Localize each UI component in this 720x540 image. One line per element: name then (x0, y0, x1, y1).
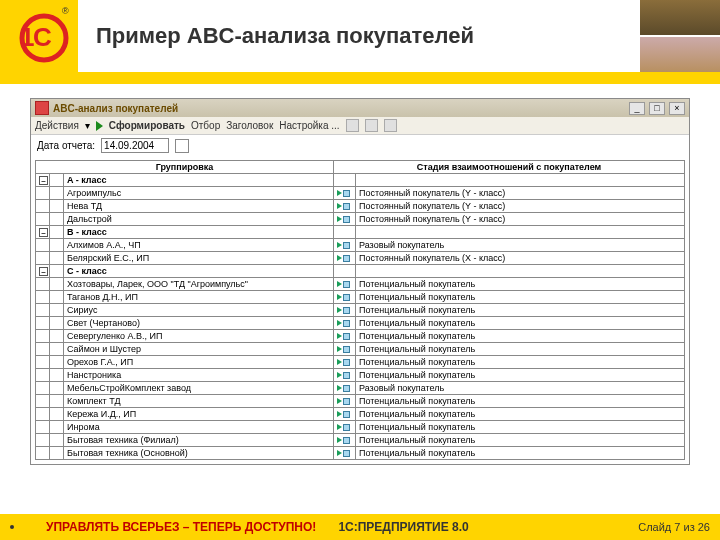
arrow-icon (337, 424, 342, 430)
data-row[interactable]: Севергуленко А.В., ИППотенциальный покуп… (36, 330, 685, 343)
data-row[interactable]: Орехов Г.А., ИППотенциальный покупатель (36, 356, 685, 369)
tool-icon-3[interactable] (384, 119, 397, 132)
window-app-icon (35, 101, 49, 115)
row-stage: Потенциальный покупатель (356, 369, 685, 382)
data-row[interactable]: Кережа И.Д., ИППотенциальный покупатель (36, 408, 685, 421)
arrow-icon (337, 359, 342, 365)
group-label: A - класс (64, 174, 334, 187)
row-stage: Потенциальный покупатель (356, 304, 685, 317)
group-label: C - класс (64, 265, 334, 278)
row-icon-cell (334, 187, 356, 200)
arrow-icon (337, 437, 342, 443)
row-stage: Разовый покупатель (356, 382, 685, 395)
data-row[interactable]: ИнромаПотенциальный покупатель (36, 421, 685, 434)
data-row[interactable]: МебельСтройКомплект заводРазовый покупат… (36, 382, 685, 395)
row-stage: Потенциальный покупатель (356, 278, 685, 291)
maximize-button[interactable]: □ (649, 102, 665, 115)
data-row[interactable]: Саймон и ШустерПотенциальный покупатель (36, 343, 685, 356)
data-row[interactable]: НанстроникаПотенциальный покупатель (36, 369, 685, 382)
filter-button[interactable]: Отбор (191, 120, 220, 131)
group-row[interactable]: –C - класс (36, 265, 685, 278)
decorative-image-bottom (640, 37, 720, 72)
header-button[interactable]: Заголовок (226, 120, 273, 131)
group-row[interactable]: –B - класс (36, 226, 685, 239)
row-stage: Потенциальный покупатель (356, 408, 685, 421)
card-icon (343, 398, 350, 405)
actions-menu[interactable]: Действия (35, 120, 79, 131)
data-row[interactable]: Бытовая техника (Филиал)Потенциальный по… (36, 434, 685, 447)
row-name: Нанстроника (64, 369, 334, 382)
card-icon (343, 372, 350, 379)
data-row[interactable]: АгроимпульсПостоянный покупатель (Y - кл… (36, 187, 685, 200)
window-title: ABC-анализ покупателей (53, 103, 625, 114)
arrow-icon (337, 203, 342, 209)
row-icon-cell (334, 304, 356, 317)
logo-1c: 1 C ® (0, 0, 78, 72)
row-icon-cell (334, 369, 356, 382)
report-table: Группировка Стадия взаимоотношений с пок… (35, 160, 685, 460)
row-icon-cell (334, 408, 356, 421)
tool-icon-2[interactable] (365, 119, 378, 132)
row-name: Саймон и Шустер (64, 343, 334, 356)
row-name: Белярский Е.С., ИП (64, 252, 334, 265)
data-row[interactable]: Хозтовары, Ларек, ООО "ТД "Агроимпульс"П… (36, 278, 685, 291)
settings-button[interactable]: Настройка ... (279, 120, 339, 131)
data-row[interactable]: ДальстройПостоянный покупатель (Y - клас… (36, 213, 685, 226)
collapse-icon[interactable]: – (39, 228, 48, 237)
card-icon (343, 424, 350, 431)
row-name: Алхимов А.А., ЧП (64, 239, 334, 252)
card-icon (343, 255, 350, 262)
data-row[interactable]: СириусПотенциальный покупатель (36, 304, 685, 317)
card-icon (343, 411, 350, 418)
collapse-icon[interactable]: – (39, 176, 48, 185)
arrow-icon (337, 333, 342, 339)
header: 1 C ® Пример ABC-анализа покупателей (0, 0, 720, 72)
row-name: Свет (Чертаново) (64, 317, 334, 330)
row-stage: Постоянный покупатель (Y - класс) (356, 187, 685, 200)
form-button[interactable]: Сформировать (109, 120, 185, 131)
window-titlebar[interactable]: ABC-анализ покупателей _ □ × (31, 99, 689, 117)
calendar-icon[interactable] (175, 139, 189, 153)
data-row[interactable]: Комплект ТДПотенциальный покупатель (36, 395, 685, 408)
date-input[interactable] (101, 138, 169, 153)
row-name: Бытовая техника (Основной) (64, 447, 334, 460)
row-stage: Потенциальный покупатель (356, 291, 685, 304)
minimize-button[interactable]: _ (629, 102, 645, 115)
arrow-icon (337, 398, 342, 404)
row-name: Хозтовары, Ларек, ООО "ТД "Агроимпульс" (64, 278, 334, 291)
arrow-icon (337, 190, 342, 196)
row-name: Севергуленко А.В., ИП (64, 330, 334, 343)
row-icon-cell (334, 317, 356, 330)
date-label: Дата отчета: (37, 140, 95, 151)
row-stage: Потенциальный покупатель (356, 317, 685, 330)
data-row[interactable]: Таганов Д.Н., ИППотенциальный покупатель (36, 291, 685, 304)
row-name: Инрома (64, 421, 334, 434)
row-icon-cell (334, 434, 356, 447)
svg-text:C: C (33, 22, 52, 52)
page-title: Пример ABC-анализа покупателей (96, 23, 474, 49)
bullet-icon (10, 525, 14, 529)
card-icon (343, 242, 350, 249)
close-button[interactable]: × (669, 102, 685, 115)
data-row[interactable]: Нева ТДПостоянный покупатель (Y - класс) (36, 200, 685, 213)
card-icon (343, 333, 350, 340)
tool-icon-1[interactable] (346, 119, 359, 132)
data-row[interactable]: Свет (Чертаново)Потенциальный покупатель (36, 317, 685, 330)
card-icon (343, 190, 350, 197)
row-icon-cell (334, 252, 356, 265)
row-icon-cell (334, 447, 356, 460)
row-icon-cell (334, 421, 356, 434)
group-row[interactable]: –A - класс (36, 174, 685, 187)
row-name: Агроимпульс (64, 187, 334, 200)
data-row[interactable]: Белярский Е.С., ИППостоянный покупатель … (36, 252, 685, 265)
row-icon-cell (334, 395, 356, 408)
slide-counter: Слайд 7 из 26 (638, 521, 710, 533)
data-row[interactable]: Алхимов А.А., ЧПРазовый покупатель (36, 239, 685, 252)
arrow-icon (337, 450, 342, 456)
row-stage: Потенциальный покупатель (356, 343, 685, 356)
collapse-icon[interactable]: – (39, 267, 48, 276)
col-group: Группировка (36, 161, 334, 174)
grid-area: Группировка Стадия взаимоотношений с пок… (31, 156, 689, 464)
data-row[interactable]: Бытовая техника (Основной)Потенциальный … (36, 447, 685, 460)
row-name: Комплект ТД (64, 395, 334, 408)
